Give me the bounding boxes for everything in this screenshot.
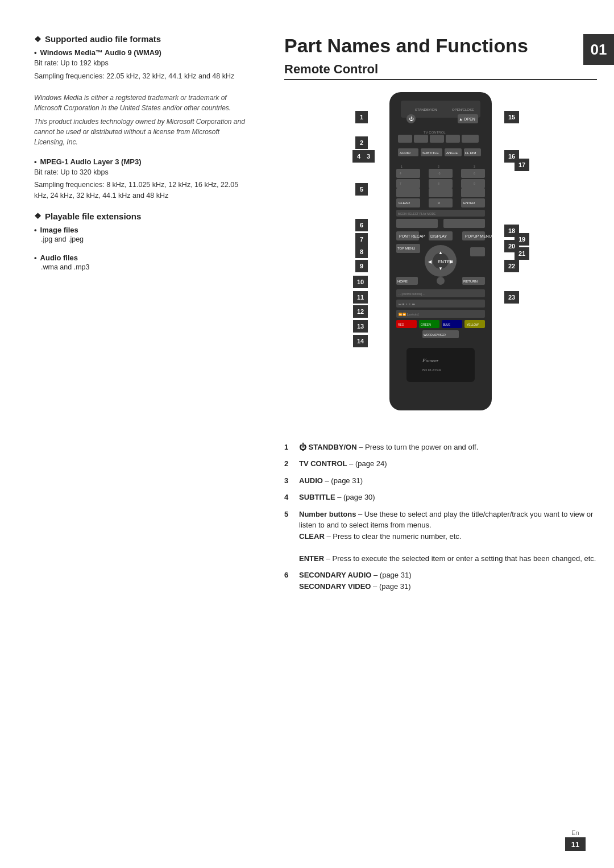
svg-text:▲ OPEN: ▲ OPEN	[459, 117, 475, 121]
svg-text:SUBTITLE: SUBTITLE	[422, 151, 439, 155]
svg-rect-39	[461, 188, 485, 197]
svg-text:Pioneer: Pioneer	[422, 358, 439, 363]
svg-text:⏻: ⏻	[409, 117, 414, 122]
label-9: 9	[355, 260, 368, 272]
svg-text:▶: ▶	[450, 259, 454, 264]
desc-4-text: SUBTITLE – (page 30)	[299, 492, 375, 503]
svg-rect-12	[446, 135, 460, 143]
svg-text:RED: RED	[398, 323, 404, 326]
left-column: Supported audio file formats Windows Med…	[0, 34, 273, 845]
svg-text:BD PLAYER: BD PLAYER	[422, 368, 442, 372]
svg-rect-38	[429, 188, 453, 197]
svg-rect-9	[398, 135, 412, 143]
label-2: 2	[355, 136, 368, 149]
desc-3: 3 AUDIO – (page 31)	[284, 475, 597, 487]
svg-text:DISPLAY: DISPLAY	[430, 234, 447, 238]
desc-1-num: 1	[284, 442, 294, 453]
svg-text:HOME: HOME	[397, 280, 408, 283]
wma9-title: Windows Media™ Audio 9 (WMA9)	[34, 48, 250, 57]
label-15: 15	[504, 111, 519, 123]
audio-files-block: Audio files .wma and .mp3	[34, 254, 250, 271]
svg-text:9: 9	[474, 182, 475, 185]
svg-text:RETURN: RETURN	[463, 280, 478, 283]
svg-rect-32	[429, 179, 453, 188]
svg-text:2: 2	[438, 165, 439, 168]
svg-text:7: 7	[400, 182, 401, 185]
desc-5: 5 Number buttons – Use these to select a…	[284, 509, 597, 564]
label-4: 4	[352, 150, 365, 163]
page-number-box: 11	[565, 837, 586, 851]
desc-2-num: 2	[284, 458, 294, 470]
svg-text:GREEN: GREEN	[421, 323, 431, 326]
label-22: 22	[504, 260, 519, 272]
image-files-block: Image files .jpg and .jpeg	[34, 226, 250, 243]
svg-text:TV CONTROL: TV CONTROL	[424, 131, 446, 134]
desc-6-num: 6	[284, 570, 294, 592]
svg-text:1: 1	[401, 165, 403, 168]
wma9-italic-0: Windows Media is either a registered tra…	[34, 93, 250, 113]
label-11: 11	[353, 291, 368, 304]
svg-text:WORD ADVISER: WORD ADVISER	[424, 333, 446, 337]
desc-1: 1 ⏻ STANDBY/ON – Press to turn the power…	[284, 442, 597, 453]
desc-3-num: 3	[284, 475, 294, 487]
svg-text:AUDIO: AUDIO	[400, 151, 410, 155]
label-5: 5	[355, 183, 368, 196]
svg-text:CLEAR: CLEAR	[399, 201, 410, 205]
label-7: 7	[355, 233, 368, 246]
remote-svg: STANDBY/ON OPEN/CLOSE ⏻ ▲ OPEN TV CONTRO…	[384, 89, 497, 419]
wma9-detail-0: Bit rate: Up to 192 kbps	[34, 58, 250, 69]
wma9-detail-1: Sampling frequencies: 22.05 kHz, 32 kHz,…	[34, 71, 250, 82]
supported-audio-heading: Supported audio file formats	[34, 34, 250, 44]
svg-text:◀: ◀	[428, 259, 432, 264]
audio-files-list: .wma and .mp3	[41, 263, 250, 271]
desc-6-text: SECONDARY AUDIO – (page 31) SECONDARY VI…	[299, 570, 411, 592]
svg-rect-37	[396, 188, 420, 197]
mp3-block: MPEG-1 Audio Layer 3 (MP3) Bit rate: Up …	[34, 157, 250, 201]
desc-6: 6 SECONDARY AUDIO – (page 31) SECONDARY …	[284, 570, 597, 592]
svg-text:MEDIA SELECT    PLAY MODE: MEDIA SELECT PLAY MODE	[398, 212, 436, 215]
svg-text:YELLOW: YELLOW	[467, 323, 479, 326]
svg-text:STANDBY/ON: STANDBY/ON	[415, 108, 437, 111]
desc-5-text: Number buttons – Use these to select and…	[299, 509, 597, 564]
label-14: 14	[353, 335, 368, 347]
svg-text:8: 8	[438, 182, 439, 185]
svg-rect-87	[406, 348, 475, 382]
svg-rect-42	[429, 198, 453, 207]
svg-text:⏮  ⏹  ▶  ⏸  ⏭: ⏮ ⏹ ▶ ⏸ ⏭	[399, 302, 415, 306]
svg-text:▼: ▼	[438, 266, 443, 271]
remote-diagram: STANDBY/ON OPEN/CLOSE ⏻ ▲ OPEN TV CONTRO…	[284, 89, 597, 430]
svg-text:3: 3	[474, 165, 475, 168]
label-17: 17	[515, 159, 529, 171]
svg-text:6: 6	[474, 172, 475, 175]
remote-control-heading: Remote Control	[284, 62, 597, 80]
svg-text:TOP MENU: TOP MENU	[397, 247, 415, 250]
svg-rect-27	[461, 169, 485, 178]
desc-4-num: 4	[284, 492, 294, 503]
svg-rect-49	[443, 219, 485, 228]
mp3-detail-0: Bit rate: Up to 320 kbps	[34, 167, 250, 178]
svg-rect-48	[396, 219, 438, 228]
label-23: 23	[504, 291, 519, 304]
svg-text:⏪  ⏩  [controls]: ⏪ ⏩ [controls]	[399, 313, 419, 317]
label-6: 6	[355, 219, 368, 231]
label-8: 8	[355, 246, 368, 258]
desc-5-num: 5	[284, 509, 294, 564]
desc-1-text: ⏻ STANDBY/ON – Press to turn the power o…	[299, 442, 478, 453]
image-files-title: Image files	[34, 226, 250, 234]
playable-extensions-section: Playable file extensions Image files .jp…	[34, 211, 250, 271]
mp3-detail-1: Sampling frequencies: 8 kHz, 11.025 kHz,…	[34, 180, 250, 201]
playable-extensions-heading: Playable file extensions	[34, 211, 250, 221]
svg-text:PONT RECAP: PONT RECAP	[399, 234, 425, 238]
label-13: 13	[353, 320, 368, 333]
wma9-block: Windows Media™ Audio 9 (WMA9) Bit rate: …	[34, 48, 250, 147]
desc-4: 4 SUBTITLE – (page 30)	[284, 492, 597, 503]
right-column: 01 Part Names and Functions Remote Contr…	[273, 34, 614, 845]
mp3-title: MPEG-1 Audio Layer 3 (MP3)	[34, 157, 250, 166]
svg-text:▲: ▲	[438, 250, 443, 255]
svg-text:ENTER: ENTER	[463, 201, 475, 205]
svg-text:... [control buttons] ...: ... [control buttons] ...	[399, 292, 425, 296]
page-lang: En	[571, 829, 579, 836]
desc-2: 2 TV CONTROL – (page 24)	[284, 458, 597, 470]
audio-files-title: Audio files	[34, 254, 250, 262]
svg-text:FL DIM: FL DIM	[465, 151, 476, 155]
